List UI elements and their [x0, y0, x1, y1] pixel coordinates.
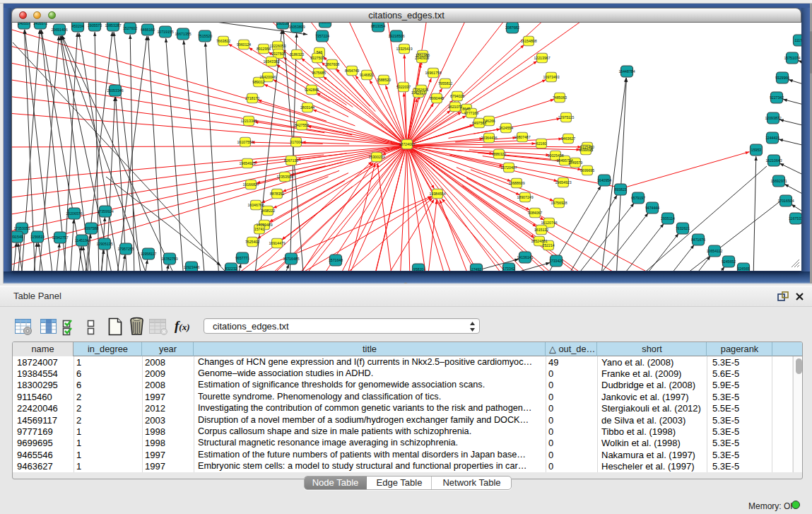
svg-text:9657771: 9657771: [235, 256, 249, 260]
svg-text:19756928: 19756928: [551, 201, 567, 205]
svg-text:1527602: 1527602: [123, 26, 137, 30]
svg-text:1405572: 1405572: [33, 23, 47, 25]
svg-text:5322037: 5322037: [396, 85, 411, 89]
svg-text:6794028: 6794028: [450, 94, 464, 98]
svg-text:252214: 252214: [542, 243, 554, 247]
svg-text:16914479: 16914479: [269, 241, 285, 245]
svg-text:2867608: 2867608: [325, 62, 339, 66]
svg-text:9146821: 9146821: [360, 73, 374, 77]
svg-text:12942757: 12942757: [52, 235, 68, 240]
svg-text:10025438: 10025438: [547, 153, 563, 158]
svg-text:25053346: 25053346: [107, 88, 123, 93]
svg-text:18724007: 18724007: [399, 142, 415, 146]
svg-text:15953: 15953: [751, 148, 762, 152]
svg-text:20206576: 20206576: [66, 211, 82, 216]
svg-text:62160: 62160: [536, 141, 547, 146]
svg-text:10958117: 10958117: [141, 252, 157, 256]
svg-text:8878352: 8878352: [270, 192, 284, 196]
svg-text:9327505: 9327505: [271, 52, 286, 56]
svg-text:6699695: 6699695: [580, 168, 594, 173]
svg-text:8267130: 8267130: [284, 158, 298, 163]
svg-text:6579197: 6579197: [631, 196, 645, 200]
svg-text:95820: 95820: [413, 267, 424, 271]
svg-text:7955812: 7955812: [438, 81, 452, 86]
svg-text:16961758: 16961758: [425, 71, 441, 75]
svg-text:8186323: 8186323: [290, 52, 304, 57]
svg-text:17359924: 17359924: [97, 209, 113, 214]
svg-text:893823: 893823: [614, 187, 626, 192]
svg-text:20364436: 20364436: [481, 136, 497, 140]
svg-text:15692971: 15692971: [770, 179, 787, 183]
svg-text:1145194: 1145194: [75, 238, 89, 243]
svg-text:19654925: 19654925: [239, 161, 255, 165]
svg-text:15741: 15741: [254, 227, 265, 231]
svg-text:12923446: 12923446: [183, 265, 199, 269]
svg-text:10807487: 10807487: [514, 135, 530, 139]
svg-text:453204: 453204: [71, 24, 83, 28]
svg-text:1588520: 1588520: [377, 78, 391, 82]
svg-text:23420046: 23420046: [259, 75, 276, 79]
svg-text:1167533: 1167533: [789, 216, 801, 221]
svg-text:16107553: 16107553: [237, 140, 253, 144]
svg-text:546: 546: [317, 50, 323, 54]
svg-text:12353594: 12353594: [276, 175, 293, 179]
svg-text:12093872: 12093872: [765, 116, 781, 120]
svg-text:13325419: 13325419: [396, 47, 412, 51]
svg-text:12905135: 12905135: [96, 242, 112, 246]
svg-text:7485063: 7485063: [553, 95, 567, 100]
svg-text:8813054: 8813054: [371, 24, 385, 28]
svg-text:12975115: 12975115: [558, 115, 575, 119]
svg-text:16053809: 16053809: [288, 25, 305, 29]
svg-text:3624554: 3624554: [499, 126, 513, 130]
svg-text:2935114: 2935114: [661, 216, 675, 221]
svg-text:27492: 27492: [471, 267, 482, 271]
svg-text:1156819: 1156819: [30, 235, 45, 239]
svg-text:9245652: 9245652: [722, 259, 736, 264]
svg-text:924565: 924565: [737, 267, 749, 271]
svg-text:2803144: 2803144: [300, 105, 314, 110]
svg-text:9960124: 9960124: [237, 42, 251, 47]
svg-text:9227342: 9227342: [770, 95, 784, 100]
svg-text:11172: 11172: [794, 38, 801, 42]
svg-text:10853287: 10853287: [105, 23, 121, 28]
svg-text:19218506: 19218506: [388, 34, 404, 38]
svg-text:14136141: 14136141: [517, 255, 533, 259]
svg-text:15716485: 15716485: [283, 257, 299, 261]
svg-text:16782759: 16782759: [161, 257, 177, 261]
svg-text:16448784: 16448784: [618, 69, 635, 74]
svg-text:9327503: 9327503: [310, 56, 324, 60]
svg-text:1571648: 1571648: [329, 258, 343, 262]
svg-text:10688609: 10688609: [508, 181, 524, 185]
svg-text:2340910: 2340910: [415, 56, 429, 60]
svg-text:9084067: 9084067: [528, 211, 542, 215]
svg-text:3498222: 3498222: [261, 209, 275, 213]
svg-text:7357224: 7357224: [315, 34, 329, 38]
svg-text:16210643: 16210643: [765, 158, 782, 163]
svg-text:19384554: 19384554: [429, 192, 445, 196]
svg-text:160538: 160538: [276, 23, 288, 25]
svg-text:10719155: 10719155: [157, 30, 173, 34]
svg-text:2718170: 2718170: [245, 96, 259, 100]
svg-text:6466160: 6466160: [141, 28, 155, 32]
svg-text:20691406: 20691406: [51, 28, 67, 32]
svg-text:9474444: 9474444: [645, 206, 659, 210]
svg-text:7352615: 7352615: [414, 88, 428, 92]
svg-text:17016504: 17016504: [777, 199, 794, 203]
svg-text:240557: 240557: [18, 23, 30, 25]
svg-text:13226053: 13226053: [269, 44, 286, 48]
svg-text:15300233: 15300233: [368, 155, 384, 159]
svg-text:317004: 317004: [290, 140, 302, 144]
svg-text:1905573: 1905573: [88, 23, 102, 28]
svg-text:832232: 832232: [225, 267, 237, 271]
svg-text:391549: 391549: [12, 235, 23, 239]
svg-text:7515520: 7515520: [198, 34, 212, 38]
svg-text:12213349: 12213349: [240, 119, 257, 123]
svg-text:16154808: 16154808: [520, 39, 536, 43]
svg-text:8990448: 8990448: [430, 96, 444, 100]
svg-text:16543382: 16543382: [263, 59, 279, 64]
svg-text:7886322: 7886322: [492, 152, 506, 156]
svg-text:2087682: 2087682: [505, 25, 519, 30]
svg-text:989012: 989012: [252, 80, 264, 84]
svg-text:16046766: 16046766: [247, 203, 264, 207]
svg-text:173342: 173342: [502, 267, 514, 271]
